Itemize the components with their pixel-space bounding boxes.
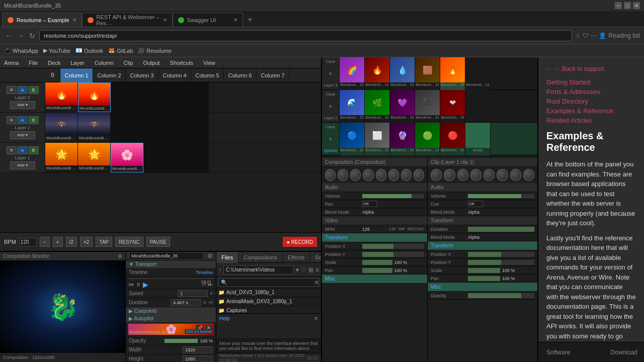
bpm-input[interactable] xyxy=(19,238,37,246)
files-fav[interactable]: ♡ xyxy=(301,266,306,274)
layer-1-solo-a[interactable]: A xyxy=(18,146,28,154)
pause-btn[interactable]: ⏸ xyxy=(136,282,141,287)
files-tab[interactable]: Files xyxy=(216,252,238,263)
knob-comp2[interactable] xyxy=(338,169,348,181)
knob-clip4[interactable] xyxy=(470,169,481,181)
layer-1-clip-2[interactable]: 🌟 MicahBuzanBund... xyxy=(78,143,111,172)
new-tab-button[interactable]: + xyxy=(243,13,257,27)
back-link[interactable]: ← ← Back to support xyxy=(546,65,636,72)
knob-comp5[interactable] xyxy=(376,169,386,181)
layer-1-close[interactable]: ✕ xyxy=(7,146,17,154)
star-icon[interactable]: ☆ xyxy=(575,32,581,39)
layer-2-clip-5[interactable] xyxy=(176,113,209,142)
thumb-cell-active[interactable]: 🔥 Blendinsh... 35 xyxy=(440,57,465,90)
menu-arena[interactable]: Arena xyxy=(2,59,21,67)
bookmark-resolume[interactable]: 🎥 Resolume xyxy=(138,47,172,54)
resync-small2[interactable]: RESYNC xyxy=(408,227,424,231)
thumb-cell[interactable]: empty xyxy=(465,123,491,155)
thumb-cell[interactable]: 🔴 Blendinsh... 24 xyxy=(440,123,465,155)
thumb-cell[interactable]: ⬛ Blendinsh... 34 xyxy=(415,90,440,123)
layer-1-clip-3[interactable]: 🌸 MicahBuzanBund... xyxy=(111,143,143,172)
help-close[interactable]: ✕ xyxy=(314,316,318,321)
record-button[interactable]: ● RECORD xyxy=(283,237,317,247)
layer-2-clip-4[interactable] xyxy=(143,113,176,142)
files-grid-view[interactable]: ⊞ xyxy=(308,266,313,274)
layer-2-clip-3[interactable] xyxy=(111,113,143,142)
minimize-button[interactable]: ─ xyxy=(615,2,622,9)
nav-root-directory[interactable]: Root Directory xyxy=(546,98,636,105)
col-6[interactable]: Column 6 xyxy=(224,68,257,82)
col-2[interactable]: Column 2 xyxy=(93,68,126,82)
layer-2-clip-2[interactable]: 🦇 MicahBuzanBund... xyxy=(78,113,111,142)
clip-scale-slider[interactable] xyxy=(468,268,500,273)
list-item[interactable]: 📁 Acid_DXV3_1080p_1 xyxy=(216,288,321,297)
list-item[interactable]: 📁 Captures xyxy=(216,306,321,313)
knob-comp[interactable] xyxy=(325,169,336,181)
files-up-btn[interactable]: ↑ xyxy=(218,266,221,274)
menu-clip[interactable]: Clip xyxy=(122,59,135,67)
posy-slider[interactable] xyxy=(362,252,424,257)
clip-posy-slider[interactable] xyxy=(468,260,534,265)
layer-1-solo-b[interactable]: B xyxy=(29,146,39,154)
layer-1-clip-4[interactable] xyxy=(143,143,176,172)
tab-close-3[interactable]: ✕ xyxy=(233,17,237,23)
speed-inc[interactable]: + xyxy=(210,291,213,296)
pan-slider[interactable] xyxy=(362,268,392,273)
tab-close-2[interactable]: ✕ xyxy=(163,17,167,23)
dur-div2[interactable]: /2 xyxy=(203,300,206,305)
thumb-cell[interactable]: 🔥 Blendinsh... 34 xyxy=(365,57,390,90)
knob-clip2[interactable] xyxy=(444,169,455,181)
layer-1-clip-5[interactable] xyxy=(176,143,209,172)
layer-3-add[interactable]: Add ▾ xyxy=(10,101,35,109)
window-controls[interactable]: ─ □ ✕ xyxy=(615,2,640,9)
files-search-close[interactable]: ✕ xyxy=(314,279,319,286)
layer-2-solo-b[interactable]: B xyxy=(29,116,39,124)
thumb-cell[interactable]: ❤ Blendinsh... 24 xyxy=(440,90,465,123)
clip-posx-slider[interactable] xyxy=(468,252,534,257)
clip-pan-slider[interactable] xyxy=(468,276,500,281)
clip-name-input[interactable] xyxy=(129,252,204,260)
knob-clip6[interactable] xyxy=(497,169,508,181)
height-input[interactable] xyxy=(183,355,213,363)
layer-2-solo-a[interactable]: A xyxy=(18,116,28,124)
cuepoints-section[interactable]: ▶ Cuepoints xyxy=(126,307,216,315)
layer-3-solo-a[interactable]: A xyxy=(18,86,28,94)
layer-3-clip-5[interactable] xyxy=(176,82,209,112)
thumb-cell[interactable]: 💜 Blendinsh... 34 xyxy=(390,90,415,123)
thumb-cell[interactable]: 🔵 Blendinsh... 32 xyxy=(340,123,365,155)
browser-tab-2[interactable]: REST API & Webserver – Res… ✕ xyxy=(82,13,173,27)
back-button[interactable]: ← xyxy=(4,31,13,41)
duration-input[interactable] xyxy=(171,299,201,306)
tap-button[interactable]: TAP xyxy=(96,237,112,247)
menu-deck[interactable]: Deck xyxy=(46,59,62,67)
bpm-plus[interactable]: + xyxy=(53,237,63,247)
menu-file[interactable]: File xyxy=(27,59,40,67)
knob-comp6[interactable] xyxy=(388,169,399,181)
list-item[interactable]: 📁 AnimalMask_DXV3_1080p_1 xyxy=(216,297,321,306)
opacity-slider[interactable] xyxy=(165,339,198,343)
resync-small[interactable]: TAP xyxy=(398,227,406,231)
maximize-button[interactable]: □ xyxy=(624,2,631,9)
bpm-div2[interactable]: /2 xyxy=(66,237,77,247)
bookmark-youtube[interactable]: ▶ YouTube xyxy=(43,47,70,54)
knob-comp4[interactable] xyxy=(363,169,373,181)
knob-clip1[interactable] xyxy=(431,169,442,181)
layer-3-clip-1[interactable]: 🔥 MicahBuzanBund... xyxy=(45,82,78,112)
layer-3-clip-3[interactable] xyxy=(111,82,143,112)
bpm-minus[interactable]: − xyxy=(40,237,50,247)
reading-list-label[interactable]: Reading list xyxy=(608,32,640,39)
dur-x2[interactable]: ×2 xyxy=(208,300,213,305)
thumb-cell[interactable]: ⬜ Blendinsh... 34 xyxy=(365,123,390,155)
thumb-cell[interactable]: 🌿 Blendinsh... 34 xyxy=(365,90,390,123)
knob-comp7[interactable] xyxy=(401,169,412,181)
layer-2-close[interactable]: ✕ xyxy=(7,116,17,124)
comp-monitor-settings[interactable]: ⚙ xyxy=(118,253,122,259)
play-btn[interactable]: ▶ xyxy=(143,281,148,289)
pause-button[interactable]: PAUSE xyxy=(146,237,170,247)
col-7[interactable]: Column 7 xyxy=(257,68,289,82)
close-button[interactable]: ✕ xyxy=(633,2,640,9)
sources-tab[interactable]: Sources xyxy=(310,252,321,263)
menu-shortcuts[interactable]: Shortcuts xyxy=(168,59,195,67)
thumb-cell[interactable]: Blendinsh... 24 xyxy=(465,57,491,90)
knob-clip5[interactable] xyxy=(484,169,495,181)
